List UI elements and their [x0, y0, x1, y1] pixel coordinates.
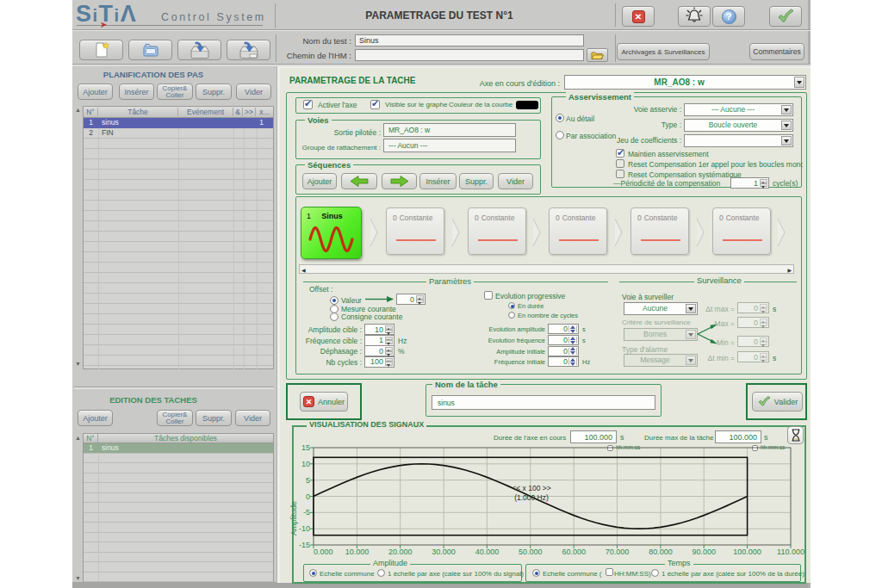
svg-text:100.000: 100.000	[733, 548, 761, 556]
svg-text:5: 5	[306, 476, 310, 485]
svg-text:<< x 100 >>: << x 100 >>	[512, 484, 550, 492]
svg-text:60.000: 60.000	[562, 548, 586, 556]
svg-text:10.000: 10.000	[345, 548, 370, 556]
svg-text:0: 0	[306, 492, 310, 501]
svg-text:20.000: 20.000	[388, 548, 413, 556]
svg-text:40.000: 40.000	[475, 548, 500, 556]
svg-text:10: 10	[301, 460, 310, 468]
svg-text:15: 15	[301, 443, 310, 452]
svg-text:110.000: 110.000	[777, 548, 804, 556]
svg-text:80.000: 80.000	[649, 548, 673, 556]
svg-text:(1.000 Hz): (1.000 Hz)	[514, 493, 549, 502]
svg-text:90.000: 90.000	[692, 548, 716, 556]
svg-text:50.000: 50.000	[519, 548, 543, 556]
svg-text:-5: -5	[303, 508, 310, 517]
svg-text:-10: -10	[299, 524, 310, 533]
svg-text:0.000: 0.000	[314, 548, 333, 556]
svg-text:Amplitude: Amplitude	[289, 501, 298, 535]
svg-text:30.000: 30.000	[432, 548, 456, 556]
svg-text:-15: -15	[299, 541, 310, 549]
svg-text:70.000: 70.000	[606, 548, 630, 556]
